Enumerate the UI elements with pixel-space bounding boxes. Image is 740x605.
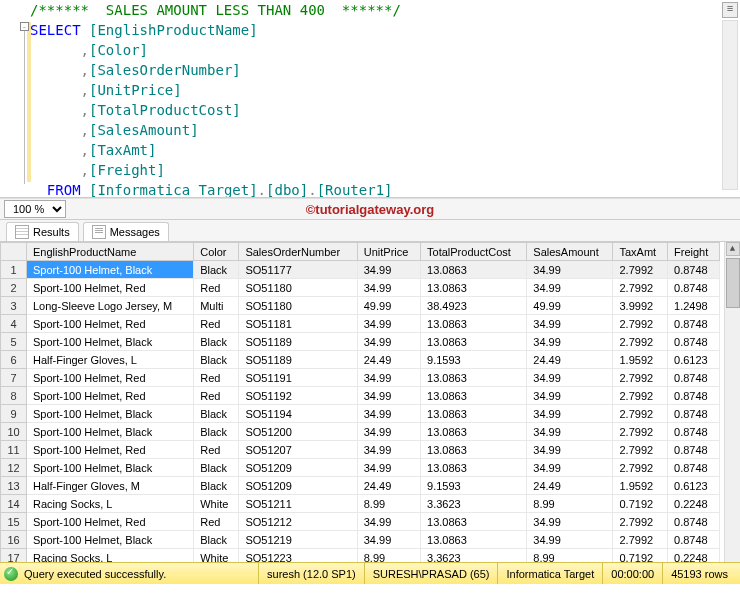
cell[interactable]: 0.2248 (668, 549, 720, 563)
cell[interactable]: 13.0863 (421, 315, 527, 333)
cell[interactable]: Red (194, 441, 239, 459)
cell[interactable]: 0.7192 (613, 495, 668, 513)
cell[interactable]: Black (194, 477, 239, 495)
cell[interactable]: 13.0863 (421, 459, 527, 477)
cell[interactable]: 34.99 (357, 459, 420, 477)
cell[interactable]: 1.9592 (613, 477, 668, 495)
cell[interactable]: 0.2248 (668, 495, 720, 513)
cell[interactable]: Red (194, 279, 239, 297)
cell[interactable]: 34.99 (357, 315, 420, 333)
cell[interactable]: 8.99 (357, 495, 420, 513)
rownum-cell[interactable]: 1 (1, 261, 27, 279)
col-SalesAmount[interactable]: SalesAmount (527, 243, 613, 261)
cell[interactable]: 0.8748 (668, 369, 720, 387)
cell[interactable]: 34.99 (527, 513, 613, 531)
table-row[interactable]: 16Sport-100 Helmet, BlackBlackSO5121934.… (1, 531, 720, 549)
table-row[interactable]: 10Sport-100 Helmet, BlackBlackSO5120034.… (1, 423, 720, 441)
scroll-thumb[interactable] (726, 258, 740, 308)
tab-messages[interactable]: Messages (83, 222, 169, 241)
cell[interactable]: 34.99 (357, 441, 420, 459)
cell[interactable]: 24.49 (357, 477, 420, 495)
cell[interactable]: 13.0863 (421, 531, 527, 549)
cell[interactable]: 0.6123 (668, 351, 720, 369)
cell[interactable]: 34.99 (527, 261, 613, 279)
rownum-cell[interactable]: 5 (1, 333, 27, 351)
table-row[interactable]: 9Sport-100 Helmet, BlackBlackSO5119434.9… (1, 405, 720, 423)
rownum-cell[interactable]: 11 (1, 441, 27, 459)
cell[interactable]: 38.4923 (421, 297, 527, 315)
cell[interactable]: Black (194, 405, 239, 423)
cell[interactable]: 0.8748 (668, 531, 720, 549)
rownum-cell[interactable]: 2 (1, 279, 27, 297)
cell[interactable]: 9.1593 (421, 351, 527, 369)
cell[interactable]: 24.49 (527, 351, 613, 369)
col-EnglishProductName[interactable]: EnglishProductName (27, 243, 194, 261)
cell[interactable]: SO51180 (239, 279, 357, 297)
cell[interactable]: 34.99 (527, 369, 613, 387)
cell[interactable]: Red (194, 513, 239, 531)
cell[interactable]: SO51212 (239, 513, 357, 531)
cell[interactable]: 0.8748 (668, 333, 720, 351)
cell[interactable]: Black (194, 531, 239, 549)
col-SalesOrderNumber[interactable]: SalesOrderNumber (239, 243, 357, 261)
rownum-cell[interactable]: 14 (1, 495, 27, 513)
grid-scrollbar[interactable]: ▲ (724, 242, 740, 562)
cell[interactable]: 13.0863 (421, 441, 527, 459)
zoom-select[interactable]: 100 % (4, 200, 66, 218)
cell[interactable]: 0.7192 (613, 549, 668, 563)
table-row[interactable]: 2Sport-100 Helmet, RedRedSO5118034.9913.… (1, 279, 720, 297)
cell[interactable]: 34.99 (357, 531, 420, 549)
col-Color[interactable]: Color (194, 243, 239, 261)
cell[interactable]: 2.7992 (613, 261, 668, 279)
cell[interactable]: Sport-100 Helmet, Black (27, 405, 194, 423)
table-row[interactable]: 7Sport-100 Helmet, RedRedSO5119134.9913.… (1, 369, 720, 387)
cell[interactable]: SO51189 (239, 333, 357, 351)
cell[interactable]: 34.99 (357, 261, 420, 279)
cell[interactable]: Multi (194, 297, 239, 315)
cell[interactable]: 0.8748 (668, 387, 720, 405)
cell[interactable]: SO51177 (239, 261, 357, 279)
cell[interactable]: 13.0863 (421, 513, 527, 531)
cell[interactable]: 0.8748 (668, 513, 720, 531)
rownum-cell[interactable]: 6 (1, 351, 27, 369)
cell[interactable]: Sport-100 Helmet, Red (27, 369, 194, 387)
cell[interactable]: 0.8748 (668, 279, 720, 297)
cell[interactable]: 1.2498 (668, 297, 720, 315)
cell[interactable]: 2.7992 (613, 459, 668, 477)
cell[interactable]: SO51200 (239, 423, 357, 441)
cell[interactable]: 0.6123 (668, 477, 720, 495)
rownum-cell[interactable]: 10 (1, 423, 27, 441)
table-row[interactable]: 17Racing Socks, LWhiteSO512238.993.36238… (1, 549, 720, 563)
cell[interactable]: Half-Finger Gloves, M (27, 477, 194, 495)
cell[interactable]: 13.0863 (421, 369, 527, 387)
cell[interactable]: Long-Sleeve Logo Jersey, M (27, 297, 194, 315)
cell[interactable]: Red (194, 387, 239, 405)
table-row[interactable]: 11Sport-100 Helmet, RedRedSO5120734.9913… (1, 441, 720, 459)
cell[interactable]: 8.99 (527, 495, 613, 513)
cell[interactable]: Sport-100 Helmet, Black (27, 459, 194, 477)
cell[interactable]: 8.99 (357, 549, 420, 563)
rownum-cell[interactable]: 9 (1, 405, 27, 423)
cell[interactable]: SO51189 (239, 351, 357, 369)
cell[interactable]: SO51219 (239, 531, 357, 549)
results-grid[interactable]: EnglishProductName Color SalesOrderNumbe… (0, 242, 720, 562)
cell[interactable]: SO51211 (239, 495, 357, 513)
cell[interactable]: SO51181 (239, 315, 357, 333)
col-UnitPrice[interactable]: UnitPrice (357, 243, 420, 261)
cell[interactable]: 3.9992 (613, 297, 668, 315)
cell[interactable]: Sport-100 Helmet, Red (27, 315, 194, 333)
cell[interactable]: 0.8748 (668, 441, 720, 459)
cell[interactable]: 13.0863 (421, 423, 527, 441)
cell[interactable]: 34.99 (357, 369, 420, 387)
sql-code[interactable]: /****** SALES AMOUNT LESS THAN 400 *****… (0, 0, 740, 198)
cell[interactable]: 34.99 (527, 315, 613, 333)
rownum-cell[interactable]: 3 (1, 297, 27, 315)
rownum-cell[interactable]: 4 (1, 315, 27, 333)
cell[interactable]: 2.7992 (613, 405, 668, 423)
rownum-cell[interactable]: 7 (1, 369, 27, 387)
cell[interactable]: 2.7992 (613, 315, 668, 333)
cell[interactable]: 34.99 (527, 333, 613, 351)
cell[interactable]: 49.99 (527, 297, 613, 315)
cell[interactable]: 2.7992 (613, 423, 668, 441)
cell[interactable]: 34.99 (357, 333, 420, 351)
